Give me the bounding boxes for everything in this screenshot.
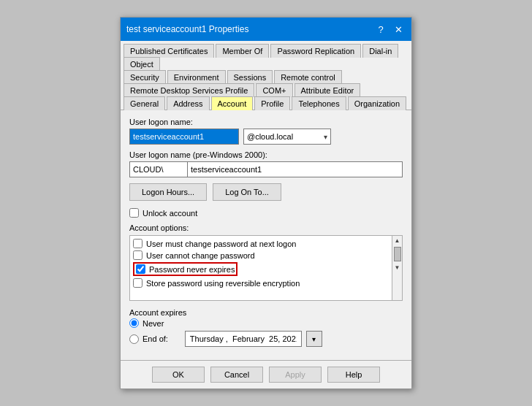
tab-content: User logon name: @cloud.local ▾ User log… xyxy=(121,110,411,360)
unlock-account-checkbox[interactable] xyxy=(129,208,139,218)
dialog-title: test serviceaccount1 Properties xyxy=(126,24,248,34)
options-list: User must change password at next logon … xyxy=(133,239,399,288)
pre-windows-row xyxy=(129,161,403,177)
tab-row-2: Security Environment Sessions Remote con… xyxy=(123,70,408,83)
calendar-button[interactable]: ▾ xyxy=(306,331,322,347)
cancel-button[interactable]: Cancel xyxy=(210,367,263,383)
end-of-date-row: ▾ xyxy=(185,331,322,347)
option-row-0: User must change password at next logon xyxy=(133,239,389,248)
option-row-3: Store password using reversible encrypti… xyxy=(133,278,389,288)
apply-button[interactable]: Apply xyxy=(269,367,322,383)
logon-hours-button[interactable]: Logon Hours... xyxy=(129,183,207,201)
scroll-up-icon[interactable]: ▲ xyxy=(393,236,402,245)
tab-address[interactable]: Address xyxy=(167,96,209,110)
close-button[interactable]: ✕ xyxy=(391,22,406,37)
domain-value: @cloud.local xyxy=(247,132,293,141)
tab-profile[interactable]: Profile xyxy=(254,96,290,110)
tab-member-of[interactable]: Member Of xyxy=(216,44,269,58)
pre-windows-label: User logon name (pre-Windows 2000): xyxy=(129,150,403,159)
end-of-radio[interactable] xyxy=(129,334,139,344)
tabs-area: Published Certificates Member Of Passwor… xyxy=(121,41,411,110)
options-scrollbar[interactable]: ▲ ▼ xyxy=(392,236,402,300)
title-bar: test serviceaccount1 Properties ? ✕ xyxy=(121,18,411,41)
tab-organization[interactable]: Organization xyxy=(348,96,406,110)
tab-environment[interactable]: Environment xyxy=(167,70,226,84)
calendar-icon: ▾ xyxy=(312,335,316,343)
pre-windows-value-input[interactable] xyxy=(188,161,403,177)
account-expires-label: Account expires xyxy=(129,308,403,317)
logon-buttons-row: Logon Hours... Log On To... xyxy=(129,183,403,201)
user-logon-label: User logon name: xyxy=(129,118,403,126)
never-radio[interactable] xyxy=(129,318,139,328)
tab-row-3: Remote Desktop Services Profile COM+ Att… xyxy=(123,83,408,96)
never-label: Never xyxy=(142,319,164,328)
tab-attribute-editor[interactable]: Attribute Editor xyxy=(294,83,361,97)
tab-row-1: Published Certificates Member Of Passwor… xyxy=(123,44,408,70)
tab-password-replication[interactable]: Password Replication xyxy=(270,44,361,58)
option-label-0: User must change password at next logon xyxy=(146,240,296,248)
scroll-down-icon[interactable]: ▼ xyxy=(393,263,402,272)
pre-windows-prefix-input[interactable] xyxy=(129,161,188,177)
option-label-3: Store password using reversible encrypti… xyxy=(146,279,300,288)
scroll-thumb[interactable] xyxy=(394,247,401,261)
tab-com-plus[interactable]: COM+ xyxy=(256,83,292,97)
dropdown-arrow-icon: ▾ xyxy=(324,133,327,141)
account-options-box: User must change password at next logon … xyxy=(129,235,403,301)
user-logon-row: @cloud.local ▾ xyxy=(129,129,403,145)
end-of-label: End of: xyxy=(142,334,168,343)
option-checkbox-3[interactable] xyxy=(133,278,142,288)
properties-dialog: test serviceaccount1 Properties ? ✕ Publ… xyxy=(120,17,412,389)
tab-dial-in[interactable]: Dial-in xyxy=(362,44,398,58)
unlock-account-row: Unlock account xyxy=(129,208,403,218)
account-options-label: Account options: xyxy=(129,223,403,232)
end-of-radio-row: End of: ▾ xyxy=(129,331,403,347)
option-checkbox-2[interactable] xyxy=(136,264,145,274)
tab-object[interactable]: Object xyxy=(123,57,160,71)
tab-remote-desktop[interactable]: Remote Desktop Services Profile xyxy=(123,83,254,97)
unlock-account-label: Unlock account xyxy=(142,209,197,218)
option-row-1: User cannot change password xyxy=(133,250,389,260)
option-row-2: Password never expires xyxy=(133,262,389,276)
date-input[interactable] xyxy=(185,331,302,347)
option-checkbox-1[interactable] xyxy=(133,250,142,260)
tab-remote-control[interactable]: Remote control xyxy=(274,70,342,84)
user-logon-input[interactable] xyxy=(129,129,239,145)
domain-dropdown[interactable]: @cloud.local ▾ xyxy=(243,129,331,145)
password-never-expires-highlighted: Password never expires xyxy=(133,262,238,276)
option-label-2: Password never expires xyxy=(149,265,235,274)
option-label-1: User cannot change password xyxy=(146,251,255,260)
option-checkbox-0[interactable] xyxy=(133,239,142,248)
help-button[interactable]: Help xyxy=(327,367,380,383)
tab-telephones[interactable]: Telephones xyxy=(292,96,346,110)
bottom-buttons: OK Cancel Apply Help xyxy=(121,360,411,388)
account-expires-section: Account expires Never End of: ▾ xyxy=(129,308,403,347)
never-radio-row: Never xyxy=(129,318,403,328)
ok-button[interactable]: OK xyxy=(152,367,205,383)
tab-sessions[interactable]: Sessions xyxy=(227,70,273,84)
title-bar-buttons: ? ✕ xyxy=(373,22,406,37)
tab-general[interactable]: General xyxy=(123,96,165,110)
log-on-to-button[interactable]: Log On To... xyxy=(213,183,281,201)
tab-account[interactable]: Account xyxy=(211,96,254,110)
help-title-button[interactable]: ? xyxy=(373,22,388,37)
tab-security[interactable]: Security xyxy=(123,70,166,84)
tab-row-4: General Address Account Profile Telephon… xyxy=(123,96,408,110)
tab-published-certificates[interactable]: Published Certificates xyxy=(123,44,214,58)
